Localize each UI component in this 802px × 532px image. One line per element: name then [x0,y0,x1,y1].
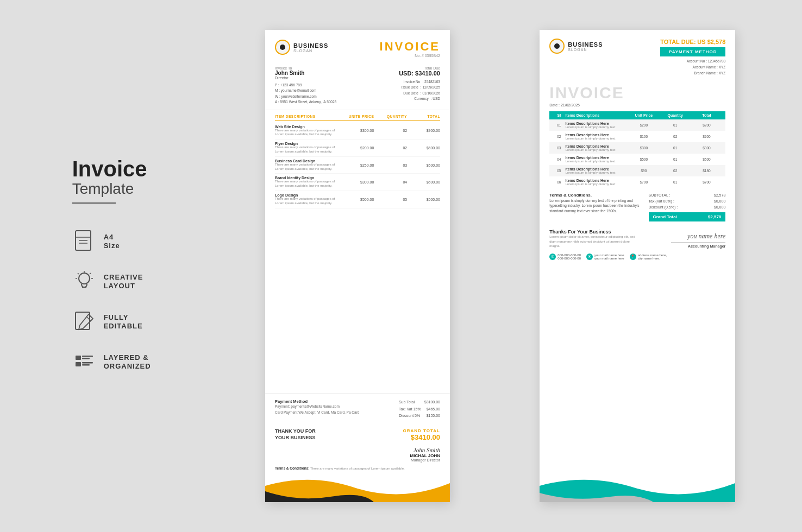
grand-total-label-2: Grand Total [653,214,677,219]
discount-row: Discount 5% $155.00 [399,413,440,420]
signature-title-1: Manager Director [411,458,440,462]
feature-editable-line1: FULLY [104,313,143,322]
subtotal-value: $3100.00 [424,399,440,406]
mail-icon: ✉ [586,254,593,260]
sidebar-title-template: Template [72,180,176,198]
contact-address: A : 5951 West Street, Ankeny, IA 50023 [275,99,336,105]
table-row: Web Site Design There are many variation… [275,123,440,140]
card2-terms: Terms & Conditions. Lorem ipsum is simpl… [549,192,642,221]
billto-right: Total Due USD: $3410.00 Invoice No: 2548… [399,66,440,105]
card2-contact: ✆ 000-000-000-00000-000-000-00 ✉ your ma… [540,251,735,262]
signature-name-1: MICHAL JOHN [410,453,440,458]
invoice-large: INVOICE [549,85,624,101]
thanks-right: you name here Accounting Manager [671,232,725,248]
card-payment-info: Card Payment We Accept: Vi Card, Ma Card… [275,410,359,415]
business-name-2: BUSINESS [568,41,603,48]
c2-th-price: Unit Price [628,113,660,117]
table-row: Logo Design There are many variations of… [275,191,440,208]
svg-rect-13 [76,356,81,360]
main-container: Invoice Template A4 Size [0,0,802,532]
discount-label: Discount 5% [399,413,420,420]
location-icon: 📍 [630,254,636,260]
invoice-title-area-1: INVOICE No. # 0595B42 [380,40,440,58]
signature-title-2: Accounting Manager [671,244,725,248]
table-row: 06 Items Descriptions HereLorem ipsum is… [549,176,725,188]
total-due-label-2: TOTAL DUE: [660,39,696,45]
card1-terms: Terms & Conditions: There are many varia… [265,464,450,472]
inv-detail-currency: Currency: USD [399,96,440,102]
table-row: Brand Identity Design There are many var… [275,174,440,191]
discount-value-2: $0,000 [714,205,725,209]
invoice-card-2: BUSINESS SLOGAN TOTAL DUE: US $2,578 PAY… [540,30,735,502]
c2-th-qty: Quantity [660,113,691,117]
sidebar: Invoice Template A4 Size [67,158,176,374]
contact-email-2: ✉ your mail name hereyour mail name here [586,254,624,260]
date-row: Date : 21/02/2025 [549,103,624,107]
contact-email: M : yourname@email.com [275,88,336,93]
total-due-row-2: TOTAL DUE: US $2,578 [660,39,725,45]
contact-web: W : yourwebsitename.com [275,94,336,99]
svg-rect-16 [76,362,81,366]
subtotal-value-2: $2,578 [714,193,725,197]
table-row: 04 Items Descriptions HereLorem ipsum is… [549,154,725,165]
table-row: 02 Items Descriptions HereLorem ipsum is… [549,131,725,142]
card2-invoice-left: INVOICE Date : 21/02/2025 [549,85,624,107]
feature-editable: FULLY EDITABLE [72,310,176,334]
thanks-text: Lorem ipsum dolor sit amet, consectetur … [549,235,636,248]
sidebar-title: Invoice Template [72,158,176,208]
logo-text-2: BUSINESS SLOGAN [568,41,603,52]
signature-line [671,242,725,243]
tax-row: Tax: Vat 15% $465.00 [399,406,440,413]
card1-billto: Invoice To John Smith Director P : +123 … [265,62,450,110]
card2-header: BUSINESS SLOGAN TOTAL DUE: US $2,578 PAY… [540,30,735,80]
layers-icon [72,350,96,374]
tax-value: $465.00 [427,406,440,413]
card2-totals: SUBTOTAL : $2,578 Tax (Vat 00%) : $0,000… [649,192,726,221]
grand-total-value-2: $2,578 [708,214,721,219]
billto-left: Invoice To John Smith Director P : +123 … [275,66,336,105]
slogan-1: SLOGAN [293,49,328,53]
sidebar-title-invoice: Invoice [72,158,176,180]
inv-detail-issue: Issue Date: 12/09/2025 [399,85,440,90]
grand-total-amount-1: $3410.00 [403,433,440,441]
subtotal-label: Sub Total [399,399,415,406]
th-desc: ITEM DESCRIPTIONS [275,115,341,118]
feature-a4-line1: A4 [104,233,120,242]
table-row: 01 Items Descriptions HereLorem ipsum is… [549,119,725,131]
td-desc: Logo Design There are many variations of… [275,193,341,206]
c2-th-si: SI [553,113,565,117]
svg-line-7 [78,273,79,274]
slogan-2: SLOGAN [568,48,603,52]
feature-layered-line2: ORGANIZED [104,362,151,371]
svg-rect-17 [82,362,93,364]
signature-script-2: you name here [671,232,725,240]
contact-phone-2: ✆ 000-000-000-00000-000-000-00 [549,254,581,260]
terms-text-2: Lorem ipsum is simply dummy text of the … [549,198,642,213]
th-price: UNITE PRICE [341,115,374,118]
terms-title-2: Terms & Conditions. [549,192,642,198]
inv-detail-no: Invoice No: 25482103 [399,79,440,85]
card2-total-due: TOTAL DUE: US $2,578 PAYMENT METHOD Acco… [660,39,725,76]
discount-label-2: Discount (0.5%) : [649,205,678,209]
svg-rect-14 [82,356,93,357]
document-icon [72,230,96,254]
sidebar-divider [72,202,116,204]
card2-thanks: Thanks For Your Business Lorem ipsum dol… [540,226,735,251]
contact-phone: P : +123 456 789 [275,83,336,88]
total-due-label-1: Total Due [399,66,440,70]
payment-method-title: Payment Method [275,399,359,404]
table-row: 05 Items Descriptions HereLorem ipsum is… [549,165,725,176]
account-details: Account No : 123456789 Account Name : XY… [660,58,725,76]
th-total: TOTAL [407,115,440,118]
inv-detail-due: Due Date: 01/10/2026 [399,91,440,96]
terms-title-1: Terms & Conditions: [275,466,309,470]
client-title: Director [275,76,336,80]
th-qty: QUANTITY [374,115,407,118]
subtotal-row-2: SUBTOTAL : $2,578 [649,192,726,198]
grand-total-label-1: GRAND TOTAL [403,428,440,433]
svg-line-8 [90,273,91,274]
subtotal-row: Sub Total $3100.00 [399,399,440,406]
invoice-card-1: BUSINESS SLOGAN INVOICE No. # 0595B42 In… [265,30,450,502]
card1-footer [265,472,450,502]
grand-total-bar-2: Grand Total $2,578 [649,212,726,221]
